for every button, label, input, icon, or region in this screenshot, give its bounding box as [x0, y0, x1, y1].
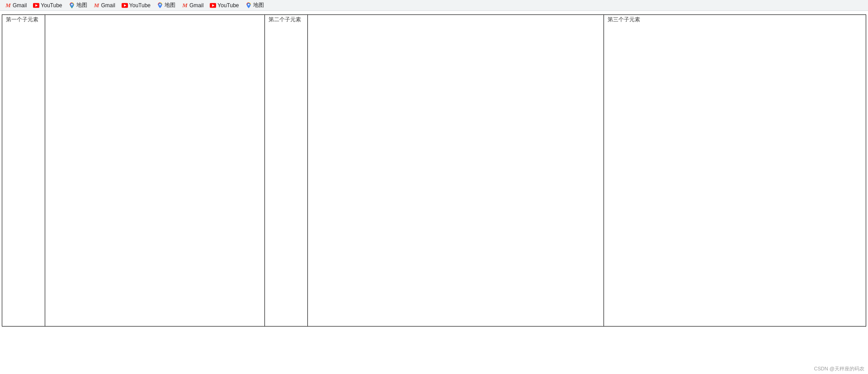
bookmark-label-youtube-3: YouTube [217, 2, 239, 9]
col1-label-area: 第一个子元素 [2, 15, 45, 326]
bookmark-youtube-1[interactable]: YouTube [31, 1, 64, 9]
col1-content [45, 15, 264, 326]
bookmark-youtube-3[interactable]: YouTube [208, 1, 241, 9]
main-content: 第一个子元素 第二个子元素 第三个子元素 [0, 11, 868, 363]
youtube-icon-1 [33, 2, 39, 9]
gmail-icon-1: M [5, 2, 11, 9]
gmail-icon-3: M [182, 2, 188, 9]
bookmark-gmail-3[interactable]: M Gmail [179, 1, 206, 9]
bookmark-label-gmail-2: Gmail [101, 2, 115, 9]
col1-label: 第一个子元素 [4, 15, 40, 24]
column-2: 第二个子元素 [265, 15, 604, 326]
bookmark-label-gmail-1: Gmail [13, 2, 27, 9]
youtube-icon-3 [210, 2, 216, 9]
bookmark-maps-1[interactable]: 地图 [66, 0, 90, 10]
col2-label-area: 第二个子元素 [265, 15, 308, 326]
column-3: 第三个子元素 [604, 15, 866, 326]
bookmark-label-maps-3: 地图 [253, 1, 264, 9]
maps-icon-2 [157, 2, 163, 9]
columns-container: 第一个子元素 第二个子元素 第三个子元素 [2, 14, 866, 327]
svg-point-8 [248, 4, 250, 5]
bookmark-label-youtube-2: YouTube [129, 2, 151, 9]
bookmark-maps-3[interactable]: 地图 [243, 0, 266, 10]
bookmark-youtube-2[interactable]: YouTube [119, 1, 153, 9]
bookmark-label-maps-1: 地图 [76, 1, 87, 9]
bookmark-label-youtube-1: YouTube [41, 2, 62, 9]
bookmark-label-gmail-3: Gmail [189, 2, 203, 9]
gmail-icon-2: M [94, 2, 100, 9]
col2-label: 第二个子元素 [267, 15, 303, 24]
bookmark-gmail-2[interactable]: M Gmail [91, 1, 118, 9]
bookmark-bar: M Gmail YouTube 地图 M Gmail [0, 0, 868, 11]
footer-text: CSDN @天秤座的码农 [814, 366, 864, 371]
svg-point-5 [159, 4, 161, 5]
maps-icon-1 [69, 2, 75, 9]
col3-content [647, 15, 866, 326]
bookmark-label-maps-2: 地图 [165, 1, 175, 9]
bookmark-gmail-1[interactable]: M Gmail [3, 1, 29, 9]
maps-icon-3 [245, 2, 252, 9]
col3-label: 第三个子元素 [606, 15, 642, 24]
bookmark-maps-2[interactable]: 地图 [155, 0, 178, 10]
youtube-icon-2 [122, 2, 128, 9]
col3-label-area: 第三个子元素 [604, 15, 647, 326]
column-1: 第一个子元素 [2, 15, 265, 326]
footer: CSDN @天秤座的码农 [814, 365, 864, 372]
svg-point-2 [71, 4, 73, 5]
col2-content [308, 15, 604, 326]
